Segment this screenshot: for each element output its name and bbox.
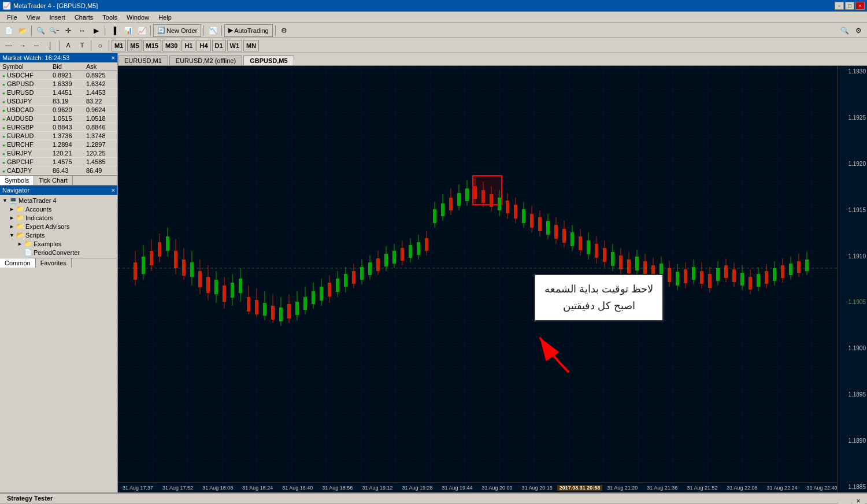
tf-w1[interactable]: W1 [227,40,243,51]
menu-insert[interactable]: Insert [45,13,70,22]
menu-window[interactable]: Window [122,13,154,22]
svg-rect-96 [506,201,509,213]
svg-rect-39 [279,307,283,321]
market-watch-row[interactable]: ● GBPUSD 1.6339 1.6342 [0,80,117,88]
separator2 [105,25,105,36]
scroll-button[interactable]: ↔ [76,24,88,37]
market-watch-row[interactable]: ● EURAUD 1.3736 1.3748 [0,132,117,140]
nav-tab-favorites[interactable]: Favorites [36,258,72,268]
tf-h1[interactable]: H1 [181,40,195,51]
svg-rect-116 [587,240,590,254]
hline-button[interactable]: ─ [30,39,43,52]
crosshair-button[interactable]: ✛ [62,24,75,37]
options-button[interactable]: ⚙ [278,24,291,37]
nav-item-expert-advisors[interactable]: ► 📁 Expert Advisors [1,222,116,231]
auto-trading-button[interactable]: ▶ AutoTrading [224,24,273,37]
market-watch-tabs: Symbols Tick Chart [0,175,117,185]
zoom-out-button[interactable]: 🔍− [48,24,61,37]
market-watch-row[interactable]: ● EURGBP 0.8843 0.8846 [0,123,117,132]
window-controls[interactable]: − □ × [835,2,865,10]
svg-rect-104 [538,217,542,231]
vline-button[interactable]: │ [44,39,57,52]
panel-close[interactable]: × [852,495,865,504]
chart-tooltip: لاحظ توقيت بداية الشمعه اصبح كل دفيقتين [534,274,664,321]
svg-rect-35 [263,303,266,316]
mw-bid: 0.8843 [50,123,84,132]
mw-symbol: ● EURUSD [0,88,50,97]
navigator-close[interactable]: × [112,187,115,194]
menu-file[interactable]: File [2,13,22,22]
market-watch-row[interactable]: ● EURUSD 1.4451 1.4453 [0,88,117,97]
tf-m1[interactable]: M1 [112,40,126,51]
nav-item-accounts[interactable]: ► 📁 Accounts [1,205,116,213]
time-17: 31 Aug 22:40 [802,485,837,491]
text-button[interactable]: T [76,39,88,52]
indicator-button[interactable]: 📉 [206,24,219,37]
line-button[interactable]: — [2,39,15,52]
market-watch-row[interactable]: ● USDCAD 0.9620 0.9624 [0,106,117,114]
zoom-in-button[interactable]: 🔍 [34,24,47,37]
svg-rect-17 [190,262,194,277]
settings-button[interactable]: ⚙ [852,24,865,37]
svg-rect-144 [700,271,703,284]
menu-tools[interactable]: Tools [98,13,122,22]
nav-item-metatrader-4[interactable]: ▼ 💻 MetaTrader 4 [1,196,116,205]
tf-d1[interactable]: D1 [212,40,226,51]
tf-h4[interactable]: H4 [197,40,210,51]
market-watch-row[interactable]: ● GBPCHF 1.4575 1.4585 [0,158,117,166]
nav-item-scripts[interactable]: ▼ 📂 Scripts [1,231,116,239]
market-watch-row[interactable]: ● CADJPY 86.43 86.49 [0,166,117,175]
svg-rect-138 [676,272,679,286]
tf-mn[interactable]: MN [243,40,259,51]
panel-minimize[interactable]: _ [838,495,851,504]
line-chart-button[interactable]: 📈 [135,24,148,37]
strategy-tester-panel: Strategy Tester _ × Expert Advisor 2 MA … [0,492,867,504]
svg-rect-114 [579,236,582,250]
chart-tab-eurusd-m1[interactable]: EURUSD,M1 [118,55,168,65]
nav-item-examples[interactable]: ► 📁 Examples [1,239,116,248]
tab-tick-chart[interactable]: Tick Chart [34,176,73,185]
search-button[interactable]: 🔍 [838,24,851,37]
menu-view[interactable]: View [22,13,45,22]
nav-item-indicators[interactable]: ► 📁 Indicators [1,213,116,222]
market-watch-row[interactable]: ● EURJPY 120.21 120.25 [0,149,117,158]
market-watch-row[interactable]: ● USDJPY 83.19 83.22 [0,97,117,106]
ellipse-button[interactable]: ○ [94,39,106,52]
tf-m30[interactable]: M30 [162,40,180,51]
open-button[interactable]: 📂 [16,24,29,37]
chart-shift-button[interactable]: ▶ [90,24,102,37]
bar-chart-button[interactable]: ▐ [108,24,120,37]
ray-button[interactable]: → [16,39,29,52]
svg-rect-55 [344,274,347,287]
market-watch-row[interactable]: ● USDCHF 0.8921 0.8925 [0,71,117,80]
mw-ask: 1.4585 [84,158,117,166]
svg-rect-83 [457,193,461,206]
market-watch-row[interactable]: ● AUDUSD 1.0515 1.0518 [0,114,117,123]
new-order-button[interactable]: 🔄 New Order [153,24,201,37]
menu-help[interactable]: Help [154,13,176,22]
maximize-button[interactable]: □ [845,2,854,10]
tf-m5[interactable]: M5 [127,40,142,51]
menu-charts[interactable]: Charts [70,13,98,22]
tab-symbols[interactable]: Symbols [0,176,34,185]
chart-tab-gbpusd-m5[interactable]: GBPUSD,M5 [243,55,294,65]
chart-canvas[interactable]: GBPUSD,M5 1.1907 1.1908 1.1907 1.1908 [118,66,867,492]
mw-bid: 83.19 [50,97,84,106]
market-watch-close[interactable]: × [112,54,115,61]
nav-item-periodconverter[interactable]: 📄 PeriodConverter [1,248,116,257]
abc-button[interactable]: A [62,39,75,52]
tf-m15[interactable]: M15 [143,40,161,51]
close-button[interactable]: × [855,2,865,10]
market-watch-row[interactable]: ● EURCHF 1.2894 1.2897 [0,140,117,149]
chart-tab-eurusd-m2-(offline)[interactable]: EURUSD,M2 (offline) [169,55,242,65]
svg-rect-118 [595,244,598,258]
mw-ask: 1.4453 [84,88,117,97]
separator6 [275,25,276,36]
nav-tab-common[interactable]: Common [0,258,36,268]
svg-rect-75 [425,238,428,251]
title-bar-text: MetaTrader 4 - [GBPUSD,M5] [13,2,98,9]
candle-button[interactable]: 📊 [121,24,134,37]
mw-bid: 1.2894 [50,140,84,149]
minimize-button[interactable]: − [835,2,844,10]
new-chart-button[interactable]: 📄 [2,24,15,37]
